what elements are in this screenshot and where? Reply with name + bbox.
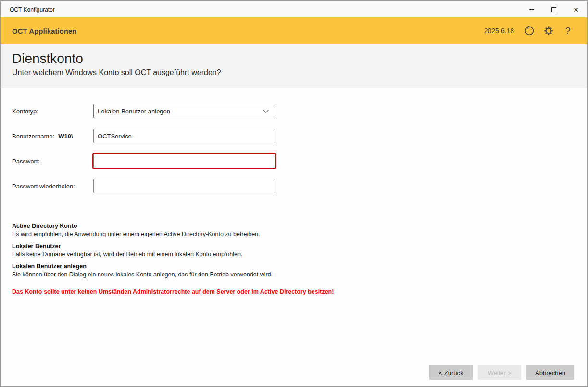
maximize-button[interactable] <box>543 1 565 17</box>
passwort-input[interactable] <box>93 154 275 168</box>
close-button[interactable]: ✕ <box>565 1 587 17</box>
passwort-wiederholen-input[interactable] <box>93 179 275 193</box>
passwort-wiederholen-label: Passwort wiederholen: <box>12 183 93 190</box>
app-title: OCT Applikationen <box>12 27 484 35</box>
version-label: 2025.6.18 <box>484 27 514 35</box>
info-text: Falls keine Domäne verfügbar ist, wird d… <box>12 250 587 258</box>
settings-button[interactable] <box>539 21 558 40</box>
benutzername-label-text: Benutzername: <box>12 133 54 140</box>
benutzername-input[interactable] <box>93 129 275 143</box>
info-group-active-directory: Active Directory Konto Es wird empfohlen… <box>12 222 587 238</box>
help-icon: ? <box>565 25 570 37</box>
titlebar: OCT Konfigurator ✕ <box>1 1 587 17</box>
page-subtitle: Unter welchem Windows Konto soll OCT aus… <box>12 68 587 77</box>
form-row-passwort-wiederholen: Passwort wiederholen: <box>12 179 587 193</box>
cancel-button[interactable]: Abbrechen <box>526 365 574 380</box>
kontotyp-label: Kontotyp: <box>12 108 93 115</box>
info-title: Active Directory Konto <box>12 222 587 230</box>
app-header: OCT Applikationen 2025.6.18 ? <box>1 17 587 44</box>
page-title: Dienstkonto <box>12 51 587 66</box>
admin-rights-warning: Das Konto sollte unter keinen Umständen … <box>12 288 587 295</box>
info-block: Active Directory Konto Es wird empfohlen… <box>12 222 587 295</box>
refresh-icon <box>524 25 535 36</box>
wizard-navigation: < Zurück Weiter > Abbrechen <box>429 365 574 380</box>
next-button[interactable]: Weiter > <box>478 365 521 380</box>
help-button[interactable]: ? <box>558 21 577 40</box>
info-title: Lokalen Benutzer anlegen <box>12 262 587 271</box>
chevron-down-icon <box>263 109 269 113</box>
passwort-label: Passwort: <box>12 158 93 165</box>
gear-icon <box>543 25 554 36</box>
form-row-benutzername: Benutzername: W10\ <box>12 129 587 143</box>
back-button[interactable]: < Zurück <box>429 365 473 380</box>
benutzername-label: Benutzername: W10\ <box>12 133 93 140</box>
kontotyp-selected-value: Lokalen Benutzer anlegen <box>98 108 170 115</box>
refresh-button[interactable] <box>520 21 539 40</box>
app-window: OCT Konfigurator ✕ OCT Applikationen 202… <box>0 0 588 387</box>
domain-prefix: W10\ <box>58 133 73 140</box>
form-row-kontotyp: Kontotyp: Lokalen Benutzer anlegen <box>12 104 587 118</box>
form-row-passwort: Passwort: <box>12 154 587 168</box>
close-icon: ✕ <box>573 6 579 13</box>
info-group-lokaler-benutzer: Lokaler Benutzer Falls keine Domäne verf… <box>12 242 587 258</box>
info-text: Es wird empfohlen, die Anwendung unter e… <box>12 230 587 238</box>
info-text: Sie können über den Dialog ein neues lok… <box>12 271 587 278</box>
info-group-lokalen-benutzer-anlegen: Lokalen Benutzer anlegen Sie können über… <box>12 262 587 278</box>
window-title: OCT Konfigurator <box>1 6 521 13</box>
minimize-button[interactable] <box>521 1 543 17</box>
maximize-icon <box>551 7 556 12</box>
window-controls: ✕ <box>521 1 587 17</box>
page-header: Dienstkonto Unter welchem Windows Konto … <box>1 44 587 88</box>
minimize-icon <box>529 9 534 10</box>
info-title: Lokaler Benutzer <box>12 242 587 250</box>
kontotyp-dropdown[interactable]: Lokalen Benutzer anlegen <box>93 104 275 118</box>
content-area: Kontotyp: Lokalen Benutzer anlegen Benut… <box>1 88 587 386</box>
